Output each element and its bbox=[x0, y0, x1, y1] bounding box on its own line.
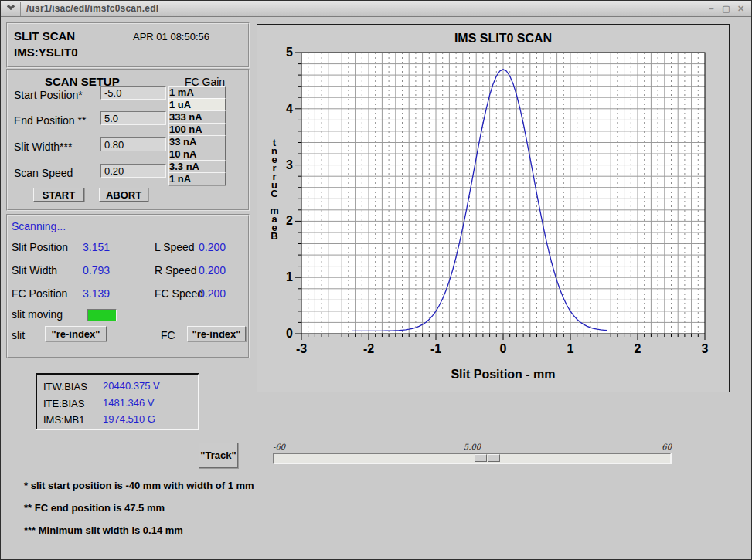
slit-width-label: Slit Width*** bbox=[14, 141, 72, 153]
fc-gain-1na-button[interactable]: 1 nA bbox=[168, 172, 226, 185]
device-name: IMS:YSLIT0 bbox=[14, 46, 78, 59]
l-speed-label: L Speed bbox=[155, 241, 195, 253]
slit-position-label: Slit Position bbox=[12, 241, 68, 253]
l-speed-value: 0.200 bbox=[199, 241, 226, 253]
note-slit-start: * slit start position is -40 mm with wid… bbox=[24, 480, 254, 491]
window-title: /usr1/isac/edl/imsfc0scan.edl bbox=[21, 3, 158, 14]
slit-width-readback-label: Slit Width bbox=[12, 264, 57, 277]
slider-max-label: 60 bbox=[273, 443, 672, 451]
fc-gain-1ma-button[interactable]: 1 mA bbox=[168, 86, 226, 99]
svg-text:3: 3 bbox=[286, 158, 293, 171]
slit-position-value: 3.151 bbox=[83, 241, 110, 253]
slit-moving-indicator bbox=[87, 309, 117, 321]
note-min-width: *** Minimum slit width is 0.14 mm bbox=[24, 524, 183, 536]
slit-width-readback-value: 0.793 bbox=[83, 264, 110, 277]
close-button[interactable]: ✕ bbox=[735, 4, 747, 14]
scan-chart: IMS SLIT0 SCAN t n e r r u C m a e B 012… bbox=[257, 24, 730, 392]
position-slider[interactable] bbox=[273, 453, 672, 464]
scan-state-text: Scanning... bbox=[12, 220, 66, 232]
svg-text:1: 1 bbox=[567, 342, 574, 355]
svg-text:-3: -3 bbox=[296, 342, 307, 355]
ims-mb1-label: IMS:MB1 bbox=[43, 414, 84, 426]
svg-text:-2: -2 bbox=[363, 342, 374, 355]
title-bar: /usr1/isac/edl/imsfc0scan.edl – ▢ ✕ bbox=[1, 1, 751, 17]
fc-reindex-button[interactable]: "re-index" bbox=[187, 326, 246, 341]
start-position-input[interactable]: -5.0 bbox=[100, 86, 166, 100]
start-button[interactable]: START bbox=[33, 188, 84, 202]
status-panel: Scanning... Slit Position 3.151 L Speed … bbox=[6, 214, 250, 358]
note-fc-end: ** FC end position is 47.5 mm bbox=[24, 502, 165, 514]
header-panel: SLIT SCAN IMS:YSLIT0 APR 01 08:50:56 bbox=[6, 22, 250, 68]
chart-title: IMS SLIT0 SCAN bbox=[301, 32, 705, 46]
chart-plot-area: 012345-3-2-10123 bbox=[257, 25, 729, 392]
fc-gain-33na-button[interactable]: 33 nA bbox=[168, 135, 226, 148]
slider-thumb-cell bbox=[488, 454, 500, 462]
slider-thumb-cell bbox=[475, 454, 487, 462]
svg-text:3: 3 bbox=[702, 342, 709, 355]
app-window: /usr1/isac/edl/imsfc0scan.edl – ▢ ✕ SLIT… bbox=[0, 0, 752, 560]
chevron-down-icon bbox=[7, 6, 15, 12]
bias-readings-box: ITW:BIAS 20440.375 V ITE:BIAS 1481.346 V… bbox=[36, 373, 199, 430]
end-position-label: End Position ** bbox=[14, 114, 86, 127]
itw-bias-label: ITW:BIAS bbox=[43, 381, 87, 392]
page-title: SLIT SCAN bbox=[14, 29, 75, 42]
slider-labels: -60 5.00 60 bbox=[273, 443, 672, 451]
fc-position-label: FC Position bbox=[12, 287, 67, 300]
svg-text:0: 0 bbox=[500, 342, 507, 355]
fc-gain-1ua-button[interactable]: 1 uA bbox=[168, 98, 226, 111]
window-menu-button[interactable] bbox=[1, 2, 21, 16]
fc-label: FC bbox=[161, 329, 175, 341]
ite-bias-label: ITE:BIAS bbox=[43, 398, 84, 409]
scan-speed-label: Scan Speed bbox=[14, 167, 73, 179]
end-position-input[interactable]: 5.0 bbox=[100, 111, 166, 125]
scan-setup-panel: SCAN SETUP FC Gain Start Position* -5.0 … bbox=[6, 69, 250, 211]
slit-width-input[interactable]: 0.80 bbox=[100, 137, 166, 151]
fc-gain-333na-button[interactable]: 333 nA bbox=[168, 110, 226, 124]
fc-gain-10na-button[interactable]: 10 nA bbox=[168, 148, 226, 161]
chart-y-axis-label: t n e r r u C m a e B bbox=[268, 138, 281, 240]
svg-text:0: 0 bbox=[286, 327, 293, 340]
timestamp: APR 01 08:50:56 bbox=[133, 31, 209, 42]
minimize-button[interactable]: – bbox=[706, 4, 717, 14]
fc-speed-value: 0.200 bbox=[199, 287, 226, 300]
itw-bias-value: 20440.375 V bbox=[103, 380, 160, 392]
ims-mb1-value: 1974.510 G bbox=[103, 413, 155, 425]
svg-text:2: 2 bbox=[635, 342, 641, 355]
slit-moving-label: slit moving bbox=[12, 308, 63, 321]
fc-gain-100na-button[interactable]: 100 nA bbox=[168, 123, 226, 136]
svg-text:4: 4 bbox=[286, 102, 293, 115]
svg-text:1: 1 bbox=[286, 270, 293, 283]
fc-position-value: 3.139 bbox=[83, 287, 110, 300]
slit-label: slit bbox=[12, 329, 25, 341]
abort-button[interactable]: ABORT bbox=[99, 188, 148, 202]
window-controls: – ▢ ✕ bbox=[706, 4, 751, 14]
svg-text:2: 2 bbox=[286, 214, 293, 227]
fc-gain-3.3na-button[interactable]: 3.3 nA bbox=[168, 160, 226, 173]
start-position-label: Start Position* bbox=[14, 89, 83, 101]
svg-text:-1: -1 bbox=[430, 342, 441, 355]
slider-thumb[interactable] bbox=[475, 454, 501, 462]
ite-bias-value: 1481.346 V bbox=[103, 397, 155, 409]
r-speed-label: R Speed bbox=[155, 264, 196, 277]
svg-text:5: 5 bbox=[286, 46, 293, 59]
slit-reindex-button[interactable]: "re-index" bbox=[45, 326, 107, 341]
maximize-button[interactable]: ▢ bbox=[720, 4, 732, 14]
chart-x-axis-label: Slit Position - mm bbox=[301, 368, 705, 382]
fc-speed-label: FC Speed bbox=[155, 287, 203, 300]
scan-speed-input[interactable]: 0.20 bbox=[100, 164, 166, 178]
r-speed-value: 0.200 bbox=[199, 264, 226, 277]
track-button[interactable]: "Track" bbox=[199, 443, 238, 468]
